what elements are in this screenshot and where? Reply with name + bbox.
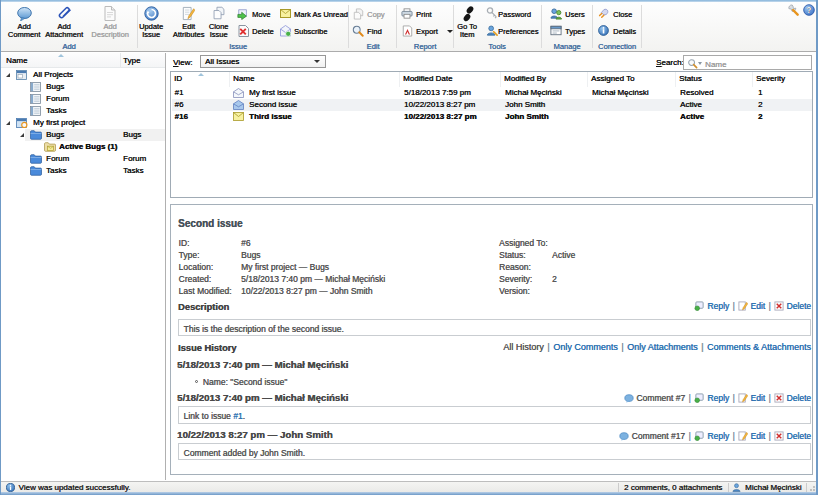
svg-text:?: ? xyxy=(807,6,812,15)
